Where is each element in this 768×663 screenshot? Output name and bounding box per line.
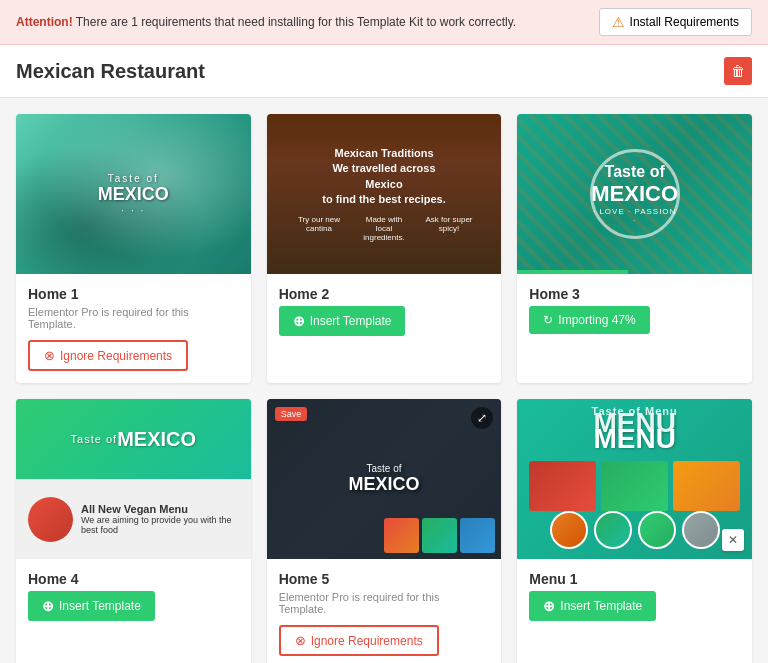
- card-home3-body: Home 3 ↻ Importing 47%: [517, 274, 752, 346]
- menu-thumb-3: [638, 511, 676, 549]
- insert-btn-label-home4: Insert Template: [59, 599, 141, 613]
- card-home4: Taste of MEXICO All New Vegan Menu We ar…: [16, 399, 251, 663]
- card-home4-desc: We are aiming to provide you with the be…: [81, 515, 239, 535]
- mini-photo-3: [460, 518, 495, 553]
- card-home1: Taste of MEXICO · · · Home 1 Elementor P…: [16, 114, 251, 383]
- importing-button-home3: ↻ Importing 47%: [529, 306, 649, 334]
- menu-thumb-2: [594, 511, 632, 549]
- card-home3: Taste of MEXICO · LOVE · PASSION · Home …: [517, 114, 752, 383]
- card-home3-logo: Taste of MEXICO · LOVE · PASSION ·: [590, 149, 680, 239]
- insert-template-button-menu1[interactable]: ⊕ Insert Template: [529, 591, 656, 621]
- menu1-food-photos: [517, 461, 752, 511]
- card-home4-food-image: [28, 497, 73, 542]
- card-home5-subtitle: Elementor Pro is required for this Templ…: [279, 591, 490, 615]
- plus-icon-home4: ⊕: [42, 598, 54, 614]
- attention-message: Attention! There are 1 requirements that…: [16, 15, 516, 29]
- card-home2-banner: Mexican TraditionsWe travelled across Me…: [314, 146, 454, 208]
- sub-item-3: Ask for super spicy!: [421, 215, 476, 242]
- install-btn-label: Install Requirements: [630, 15, 739, 29]
- sub-item-2: Made with local ingredients.: [356, 215, 411, 242]
- mini-photo-1: [384, 518, 419, 553]
- menu1-header-text: Taste of Menu: [517, 405, 752, 417]
- page-header: Mexican Restaurant 🗑: [0, 45, 768, 98]
- ignore-btn-label-home5: Ignore Requirements: [311, 634, 423, 648]
- card-home1-body: Home 1 Elementor Pro is required for thi…: [16, 274, 251, 383]
- cross-icon-menu1[interactable]: ✕: [722, 529, 744, 551]
- card-home4-title: Home 4: [28, 571, 239, 587]
- ignore-btn-label-home1: Ignore Requirements: [60, 349, 172, 363]
- card-home3-logo-mexico: MEXICO: [591, 181, 678, 207]
- error-icon-home5: ⊗: [295, 633, 306, 648]
- insert-template-button-home4[interactable]: ⊕ Insert Template: [28, 591, 155, 621]
- menu1-thumb-row: [550, 511, 720, 549]
- warning-icon: ⚠: [612, 14, 625, 30]
- card-menu1-image: Taste of Menu MENU ✕: [517, 399, 752, 559]
- mini-photo-2: [422, 518, 457, 553]
- attention-bar: Attention! There are 1 requirements that…: [0, 0, 768, 45]
- food-photo-3: [673, 461, 740, 511]
- card-home5-image: Save ⤢ Taste of MEXICO: [267, 399, 502, 559]
- ignore-requirements-button-home5[interactable]: ⊗ Ignore Requirements: [279, 625, 439, 656]
- card-menu1-body: Menu 1 ⊕ Insert Template: [517, 559, 752, 633]
- card-home1-image: Taste of MEXICO · · ·: [16, 114, 251, 274]
- food-photo-2: [601, 461, 668, 511]
- importing-progress-bar: [517, 270, 627, 274]
- insert-btn-label-home2: Insert Template: [310, 314, 392, 328]
- install-requirements-button[interactable]: ⚠ Install Requirements: [599, 8, 752, 36]
- card-home5-title: Home 5: [279, 571, 490, 587]
- card-home3-image: Taste of MEXICO · LOVE · PASSION ·: [517, 114, 752, 274]
- card-home5-photo-grid: [378, 512, 501, 559]
- plus-icon-home2: ⊕: [293, 313, 305, 329]
- error-icon-home1: ⊗: [44, 348, 55, 363]
- attention-label: Attention!: [16, 15, 73, 29]
- card-home2-body: Home 2 ⊕ Insert Template: [267, 274, 502, 348]
- insert-btn-label-menu1: Insert Template: [560, 599, 642, 613]
- plus-icon-menu1: ⊕: [543, 598, 555, 614]
- card-home4-body: Home 4 ⊕ Insert Template: [16, 559, 251, 633]
- card-home4-image: Taste of MEXICO All New Vegan Menu We ar…: [16, 399, 251, 559]
- card-home4-text: All New Vegan Menu We are aiming to prov…: [81, 503, 239, 535]
- page-title: Mexican Restaurant: [16, 60, 205, 83]
- menu-thumb-4: [682, 511, 720, 549]
- spinner-icon-home3: ↻: [543, 313, 553, 327]
- delete-button[interactable]: 🗑: [724, 57, 752, 85]
- card-menu1: Taste of Menu MENU ✕ Menu 1 ⊕ Insert Tem…: [517, 399, 752, 663]
- card-home5-logo: Taste of MEXICO: [348, 463, 419, 495]
- card-home2-image: Mexican TraditionsWe travelled across Me…: [267, 114, 502, 274]
- card-home3-title: Home 3: [529, 286, 740, 302]
- card-home2-title: Home 2: [279, 286, 490, 302]
- card-home4-subtitle: All New Vegan Menu: [81, 503, 239, 515]
- menu-thumb-1: [550, 511, 588, 549]
- ignore-requirements-button-home1[interactable]: ⊗ Ignore Requirements: [28, 340, 188, 371]
- card-home1-title: Home 1: [28, 286, 239, 302]
- menu1-title: MENU: [517, 423, 752, 455]
- card-home3-logo-big: Taste of: [605, 163, 665, 181]
- insert-template-button-home2[interactable]: ⊕ Insert Template: [279, 306, 406, 336]
- card-home5-body: Home 5 Elementor Pro is required for thi…: [267, 559, 502, 663]
- card-home1-subtitle: Elementor Pro is required for this Templ…: [28, 306, 239, 330]
- card-home2: Mexican TraditionsWe travelled across Me…: [267, 114, 502, 383]
- card-home1-logo: Taste of MEXICO · · ·: [98, 173, 169, 216]
- trash-icon: 🗑: [731, 63, 745, 79]
- card-home5: Save ⤢ Taste of MEXICO Home 5 Elementor …: [267, 399, 502, 663]
- card-home4-banner: Taste of MEXICO: [16, 399, 251, 479]
- card-home4-content: All New Vegan Menu We are aiming to prov…: [16, 479, 251, 559]
- template-grid: Taste of MEXICO · · · Home 1 Elementor P…: [0, 98, 768, 663]
- card-home3-logo-sub: · LOVE · PASSION ·: [593, 207, 677, 225]
- zoom-icon-home5[interactable]: ⤢: [471, 407, 493, 429]
- importing-label-home3: Importing 47%: [558, 313, 635, 327]
- card-home2-subitems: Try our new cantina Made with local ingr…: [291, 215, 476, 242]
- sub-item-1: Try our new cantina: [291, 215, 346, 242]
- food-photo-1: [529, 461, 596, 511]
- card-menu1-title: Menu 1: [529, 571, 740, 587]
- attention-detail: There are 1 requirements that need insta…: [76, 15, 516, 29]
- save-badge-home5[interactable]: Save: [275, 407, 308, 421]
